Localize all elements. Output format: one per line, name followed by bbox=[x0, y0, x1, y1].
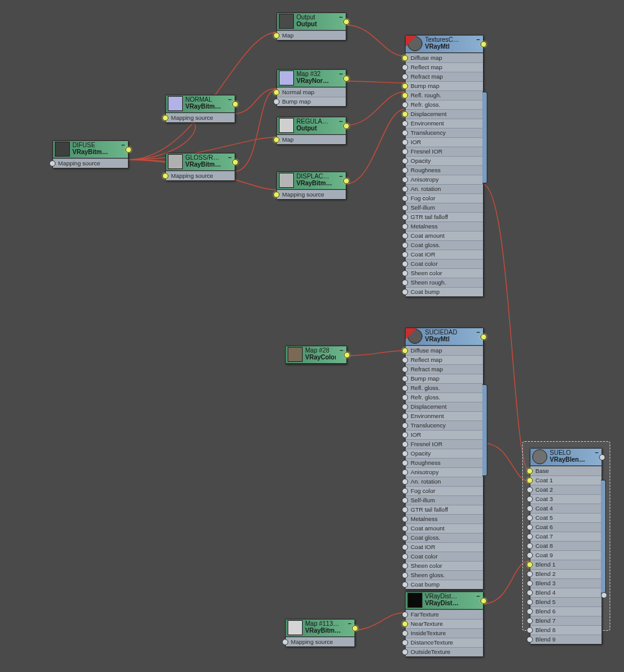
slot[interactable]: Coat 4 bbox=[530, 504, 602, 513]
node-glossr[interactable]: GLOSS/R… VRayBitm… – Mapping source bbox=[165, 153, 235, 181]
input-port[interactable] bbox=[402, 280, 408, 286]
slot[interactable]: Coat gloss. bbox=[406, 533, 483, 542]
node-titlebar[interactable]: VRayDist… VRayDist… – bbox=[406, 592, 483, 610]
input-port[interactable] bbox=[273, 32, 280, 39]
input-port[interactable] bbox=[273, 137, 280, 143]
collapse-icon[interactable]: – bbox=[475, 329, 481, 336]
output-port[interactable] bbox=[343, 19, 349, 25]
slot[interactable]: Coat color bbox=[406, 259, 483, 268]
output-port[interactable] bbox=[480, 598, 487, 604]
input-port[interactable] bbox=[527, 533, 533, 540]
slot[interactable]: Refract map bbox=[406, 72, 483, 81]
slot[interactable]: Coat amount bbox=[406, 523, 483, 533]
slot-mapping-source[interactable]: Mapping source bbox=[166, 171, 235, 180]
slot[interactable]: Metalness bbox=[406, 222, 483, 231]
input-port[interactable] bbox=[527, 636, 533, 643]
input-port[interactable] bbox=[273, 99, 280, 105]
slot-mapping-source[interactable]: Mapping source bbox=[53, 158, 128, 168]
slot[interactable]: Coat 3 bbox=[530, 494, 602, 504]
input-port[interactable] bbox=[402, 102, 408, 108]
input-port[interactable] bbox=[402, 621, 408, 627]
node-output[interactable]: Output Output – Map bbox=[276, 12, 346, 41]
slot[interactable]: Coat 2 bbox=[530, 485, 602, 494]
slot-mapping-source[interactable]: Mapping source bbox=[277, 190, 346, 199]
slot[interactable]: Roughness bbox=[406, 165, 483, 175]
input-port[interactable] bbox=[402, 83, 408, 89]
input-port[interactable] bbox=[402, 214, 408, 220]
side-port[interactable] bbox=[601, 592, 607, 598]
node-difuse[interactable]: DIFUSE VRayBitm… – Mapping source bbox=[52, 140, 129, 168]
node-regula[interactable]: REGULA… Output – Map bbox=[276, 117, 346, 145]
slot[interactable]: Fresnel IOR bbox=[406, 439, 483, 449]
slot[interactable]: Environment bbox=[406, 411, 483, 421]
input-port[interactable] bbox=[402, 385, 408, 391]
input-port[interactable] bbox=[402, 130, 408, 136]
output-port[interactable] bbox=[480, 334, 487, 340]
input-port[interactable] bbox=[402, 640, 408, 646]
input-port[interactable] bbox=[527, 468, 533, 474]
node-vraydist[interactable]: VRayDist… VRayDist… – FarTextureNearText… bbox=[405, 592, 484, 657]
slot[interactable]: Blend 5 bbox=[530, 597, 602, 606]
slot-mapping-source[interactable]: Mapping source bbox=[286, 637, 354, 646]
slot[interactable]: Refl. rough. bbox=[406, 90, 483, 100]
slot[interactable]: GTR tail falloff bbox=[406, 505, 483, 514]
slot[interactable]: Sheen color bbox=[406, 561, 483, 570]
slot[interactable]: Coat bump bbox=[406, 580, 483, 589]
input-port[interactable] bbox=[402, 289, 408, 295]
side-tab[interactable] bbox=[482, 92, 487, 183]
input-port[interactable] bbox=[527, 496, 533, 502]
input-port[interactable] bbox=[527, 627, 533, 633]
output-port[interactable] bbox=[480, 41, 487, 47]
slot-mapping-source[interactable]: Mapping source bbox=[166, 113, 235, 122]
input-port[interactable] bbox=[402, 186, 408, 192]
input-port[interactable] bbox=[402, 544, 408, 550]
slot[interactable]: Refr. gloss. bbox=[406, 392, 483, 402]
input-port[interactable] bbox=[402, 432, 408, 438]
input-port[interactable] bbox=[527, 477, 533, 484]
slot[interactable]: InsideTexture bbox=[406, 628, 483, 638]
input-port[interactable] bbox=[527, 608, 533, 615]
node-titlebar[interactable]: DIFUSE VRayBitm… – bbox=[53, 141, 128, 158]
slot[interactable]: Refract map bbox=[406, 364, 483, 374]
input-port[interactable] bbox=[273, 89, 280, 95]
input-port[interactable] bbox=[402, 158, 408, 164]
node-map32[interactable]: Map #32 VRayNor… – Normal map Bump map bbox=[276, 69, 346, 107]
input-port[interactable] bbox=[402, 649, 408, 655]
slot[interactable]: Coat 8 bbox=[530, 541, 602, 550]
input-port[interactable] bbox=[402, 64, 408, 71]
output-port[interactable] bbox=[352, 625, 358, 631]
input-port[interactable] bbox=[402, 195, 408, 202]
input-port[interactable] bbox=[527, 505, 533, 512]
input-port[interactable] bbox=[402, 488, 408, 494]
slot-bump-map[interactable]: Bump map bbox=[277, 97, 346, 106]
output-port[interactable] bbox=[343, 75, 349, 82]
slot[interactable]: FarTexture bbox=[406, 610, 483, 619]
slot[interactable]: NearTexture bbox=[406, 619, 483, 628]
node-map28[interactable]: Map #28 VRayColor – bbox=[285, 346, 347, 364]
output-port[interactable] bbox=[599, 454, 605, 460]
input-port[interactable] bbox=[402, 563, 408, 569]
slot[interactable]: Base bbox=[530, 466, 602, 475]
input-port[interactable] bbox=[402, 572, 408, 578]
input-port[interactable] bbox=[527, 599, 533, 605]
slot-normal-map[interactable]: Normal map bbox=[277, 87, 346, 97]
slot[interactable]: Coat bump bbox=[406, 287, 483, 296]
collapse-icon[interactable]: – bbox=[120, 142, 126, 149]
slot[interactable]: Blend 6 bbox=[530, 606, 602, 616]
slot[interactable]: Coat gloss. bbox=[406, 240, 483, 250]
slot[interactable]: Self-illum bbox=[406, 203, 483, 212]
collapse-icon[interactable]: – bbox=[338, 118, 344, 125]
input-port[interactable] bbox=[402, 111, 408, 117]
node-titlebar[interactable]: REGULA… Output – bbox=[277, 117, 346, 135]
collapse-icon[interactable]: – bbox=[593, 449, 600, 456]
slot[interactable]: OutsideTexture bbox=[406, 647, 483, 656]
slot[interactable]: Fresnel IOR bbox=[406, 147, 483, 156]
slot[interactable]: Reflect map bbox=[406, 62, 483, 72]
input-port[interactable] bbox=[402, 441, 408, 447]
input-port[interactable] bbox=[402, 611, 408, 618]
slot[interactable]: Coat 9 bbox=[530, 550, 602, 560]
input-port[interactable] bbox=[402, 177, 408, 183]
slot[interactable]: Coat IOR bbox=[406, 542, 483, 552]
input-port[interactable] bbox=[402, 366, 408, 373]
slot[interactable]: Reflect map bbox=[406, 355, 483, 364]
